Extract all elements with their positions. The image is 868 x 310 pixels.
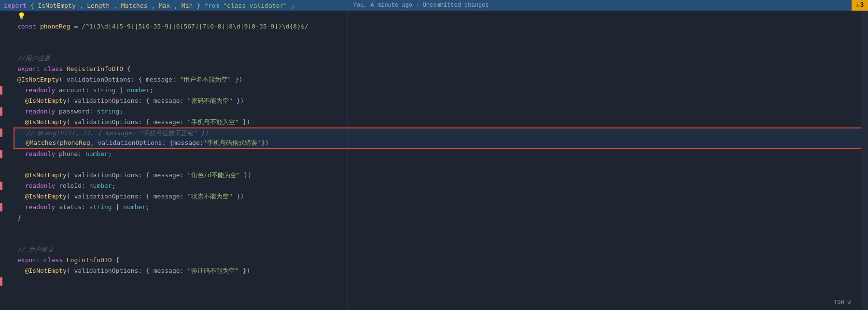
line-6: export class RegisterInfoDTO {	[14, 64, 868, 74]
line-19: readonly status: string | number ;	[14, 202, 868, 212]
gutter-5	[0, 53, 11, 64]
gutter-25	[0, 266, 11, 276]
line-10: readonly password: string ;	[14, 106, 868, 117]
gutter-3	[0, 32, 11, 42]
line-22	[14, 234, 868, 244]
zoom-indicator: 100 %	[834, 299, 851, 306]
line-18: @IsNotEmpty ( validationOptions: { messa…	[14, 191, 868, 202]
line-2: const phoneReg = /^1(3\d|4[5-9]|5[0-35-9…	[14, 21, 868, 32]
gutter-15	[0, 159, 11, 170]
gutter-4	[0, 42, 11, 53]
header-bar: import { IsNotEmpty , Length , Matches ,…	[0, 0, 868, 11]
error-gutter	[0, 11, 11, 310]
gutter-17	[0, 181, 11, 191]
warning-icon: ⚠	[856, 2, 859, 9]
line-14: readonly phone: number ;	[14, 149, 868, 159]
line-20: }	[14, 212, 868, 223]
gutter-9	[0, 96, 11, 106]
scrollbar[interactable]	[861, 11, 868, 310]
gutter-13	[0, 138, 11, 149]
gutter-20	[0, 212, 11, 223]
line-13: @Matches ( phoneReg , validationOptions:…	[14, 138, 868, 149]
gutter-21	[0, 223, 11, 234]
warning-count: 3	[860, 2, 864, 9]
gutter-8	[0, 85, 11, 96]
gutter-2	[0, 21, 11, 32]
gutter-23	[0, 244, 11, 255]
gutter-11	[0, 117, 11, 127]
gutter-7	[0, 74, 11, 85]
line-21	[14, 223, 868, 234]
line-11: @IsNotEmpty ( validationOptions: { messa…	[14, 117, 868, 127]
gutter-22	[0, 234, 11, 244]
gutter-14	[0, 149, 11, 159]
gutter-10	[0, 106, 11, 117]
line-24: export class LoginInfoDTO {	[14, 255, 868, 266]
gutter-1	[0, 11, 11, 21]
gutter-19	[0, 202, 11, 212]
lines-area: 💡 const phoneReg = /^1(3\d|4[5-9]|5[0-35…	[11, 11, 868, 310]
gutter-16	[0, 170, 11, 181]
editor: import { IsNotEmpty , Length , Matches ,…	[0, 0, 868, 310]
gutter-12	[0, 127, 11, 138]
warning-badge: ⚠ 3	[852, 0, 868, 11]
line-1: 💡	[14, 11, 868, 21]
code-area[interactable]: 💡 const phoneReg = /^1(3\d|4[5-9]|5[0-35…	[0, 11, 868, 310]
gutter-18	[0, 191, 11, 202]
line-5: //用户注册	[14, 53, 868, 64]
gutter-24	[0, 255, 11, 266]
line-8: readonly account: string | number ;	[14, 85, 868, 96]
line-12: // @Length(11, 11, { message: "手机号位数不正确"…	[14, 127, 868, 138]
line-9: @IsNotEmpty ( validationOptions: { messa…	[14, 96, 868, 106]
line-16: @IsNotEmpty ( validationOptions: { messa…	[14, 170, 868, 181]
import-statement: import { IsNotEmpty , Length , Matches ,…	[4, 2, 295, 9]
line-7: @IsNotEmpty ( validationOptions: { messa…	[14, 74, 868, 85]
git-info: You, A minute ago · Uncommitted changes	[343, 2, 489, 9]
line-23: // 用户登录	[14, 244, 868, 255]
from-keyword: from	[204, 2, 219, 9]
line-3	[14, 32, 868, 42]
line-15	[14, 159, 868, 170]
gutter-6	[0, 64, 11, 74]
line-25: @IsNotEmpty ( validationOptions: { messa…	[14, 266, 868, 276]
line-4	[14, 42, 868, 53]
vertical-divider	[348, 11, 348, 310]
line-17: readonly roleId: number ;	[14, 181, 868, 191]
lightbulb-icon: 💡	[17, 11, 26, 21]
gutter-26	[0, 276, 11, 287]
